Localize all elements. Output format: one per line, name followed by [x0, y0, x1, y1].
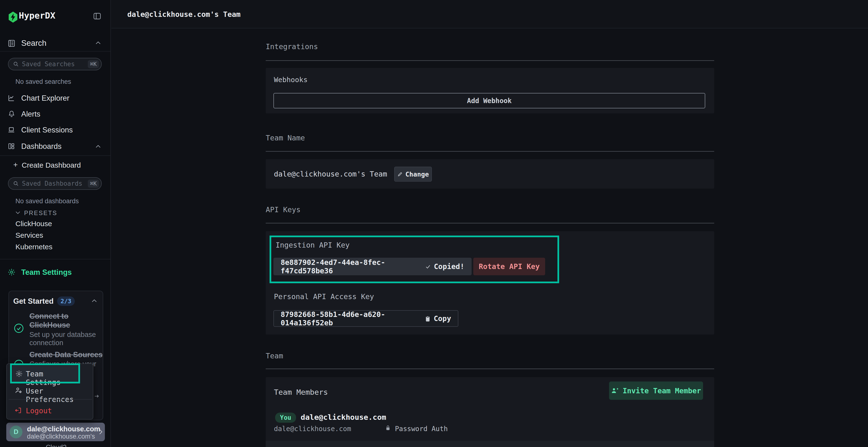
logout-label: Logout [26, 407, 52, 415]
nav-label: Alerts [21, 110, 40, 118]
sidebar-section-search[interactable]: Search [0, 38, 111, 50]
plus-icon: + [13, 161, 18, 169]
clipboard-icon [425, 315, 431, 322]
user-menu-popup: Team Settings User Preferences Logout [6, 364, 93, 419]
logout-icon [14, 407, 22, 414]
menu-item-label: User Preferences [26, 387, 89, 404]
you-badge: You [275, 413, 296, 423]
collapse-sidebar-icon[interactable] [93, 11, 102, 21]
nav-label: Dashboards [21, 142, 61, 151]
check-circle-icon [14, 323, 24, 333]
menu-divider [9, 399, 92, 400]
chevron-up-icon [95, 40, 101, 45]
get-started-header[interactable]: Get Started 2/3 [9, 291, 103, 308]
page-header: dale@clickhouse.com's Team [112, 0, 868, 28]
section-divider [266, 369, 714, 369]
user-gear-icon [15, 386, 23, 394]
ingestion-key-value: 8e887902-4ed7-44ea-8fec-f47cd578be36 [281, 258, 417, 275]
step-subtitle: Set up your database connection [29, 331, 100, 347]
chevron-up-icon [95, 144, 101, 149]
saved-searches-input[interactable]: ⌘K [8, 58, 102, 70]
saved-dashboards-input[interactable]: ⌘K [8, 177, 102, 190]
sidebar-divider [0, 156, 111, 156]
lock-icon [385, 424, 391, 432]
sidebar-item-clickhouse[interactable]: ClickHouse [16, 220, 52, 228]
sidebar-item-services[interactable]: Services [16, 231, 43, 239]
team-settings-label: Team Settings [21, 268, 72, 277]
sidebar-item-dashboards[interactable]: Dashboards [0, 141, 111, 152]
search-section-label: Search [21, 38, 46, 48]
ingestion-key-pill[interactable]: 8e887902-4ed7-44ea-8fec-f47cd578be36 Cop… [273, 258, 472, 275]
sidebar-item-kubernetes[interactable]: Kubernetes [16, 243, 52, 251]
sidebar-item-alerts[interactable]: Alerts [0, 109, 111, 119]
search-section-icon [7, 39, 16, 48]
hyperdx-app: HyperDX Search ⌘K No saved searches [0, 0, 868, 447]
team-name-heading: Team Name [266, 134, 305, 142]
sidebar-item-client-sessions[interactable]: Client Sessions [0, 125, 111, 135]
saved-searches-field[interactable] [22, 61, 88, 68]
team-heading: Team [266, 352, 283, 360]
personal-key-value: 87982668-58b1-4d6e-a620-014a136f52eb [281, 310, 417, 327]
invite-label: Invite Team Member [623, 386, 701, 395]
team-name-value: dale@clickhouse.com's Team [274, 170, 387, 178]
app-title[interactable]: HyperDX [19, 10, 56, 21]
menu-item-logout[interactable]: Logout [12, 404, 89, 417]
avatar-initial: D [14, 428, 19, 436]
dashboards-grid-icon [7, 142, 15, 150]
search-icon [13, 180, 19, 187]
personal-key-pill[interactable]: 87982668-58b1-4d6e-a620-014a136f52eb Cop… [273, 310, 458, 327]
rotate-api-key-button[interactable]: Rotate API Key [473, 258, 545, 275]
menu-item-user-preferences[interactable]: User Preferences [12, 385, 89, 397]
team-name-card: dale@clickhouse.com's Team Change [266, 159, 714, 188]
avatar: D [10, 425, 23, 438]
chart-icon [7, 94, 16, 102]
section-divider [266, 223, 714, 224]
pencil-icon [397, 171, 403, 177]
create-dashboard-button[interactable]: + Create Dashboard [0, 160, 111, 170]
copied-indicator: Copied! [425, 262, 464, 271]
user-team-name: dale@clickhouse.com's [27, 433, 95, 440]
no-saved-searches: No saved searches [16, 78, 71, 85]
section-divider [266, 151, 714, 152]
shortcut-badge: ⌘K [88, 60, 99, 68]
no-saved-dashboards: No saved dashboards [16, 198, 79, 205]
laptop-icon [7, 126, 16, 134]
chevron-down-icon [15, 210, 21, 215]
presets-label: PRESETS [24, 209, 57, 216]
change-team-name-button[interactable]: Change [394, 167, 432, 182]
step-title: Connect to ClickHouse [29, 312, 100, 330]
member-email-sub: dale@clickhouse.com [274, 425, 351, 433]
member-auth-type: Password Auth [395, 425, 448, 433]
menu-item-label: Team Settings [26, 370, 79, 386]
team-card: Team Members Invite Team Member You dale… [266, 377, 714, 447]
footer-partial-text: Cloud? [46, 444, 66, 447]
menu-item-team-settings[interactable]: Team Settings [12, 366, 79, 382]
copy-action[interactable]: Copy [425, 314, 451, 323]
check-icon [425, 264, 431, 270]
saved-dashboards-field[interactable] [22, 180, 88, 187]
presets-toggle[interactable]: PRESETS [0, 209, 111, 218]
user-email: dale@clickhouse.com [27, 425, 100, 433]
gear-icon [7, 268, 16, 276]
sidebar-item-chart-explorer[interactable]: Chart Explorer [0, 93, 111, 104]
next-row-strip [266, 441, 714, 447]
invite-team-member-button[interactable]: Invite Team Member [609, 381, 703, 400]
chevron-right-icon [98, 428, 103, 435]
copy-label: Copy [434, 314, 451, 323]
add-webhook-button[interactable]: Add Webhook [273, 93, 705, 108]
person-plus-icon [611, 387, 619, 394]
hyperdx-logo-icon[interactable] [7, 11, 19, 24]
gear-icon [15, 370, 23, 378]
webhooks-label: Webhooks [274, 76, 308, 84]
personal-key-label: Personal API Access Key [274, 293, 374, 301]
progress-badge: 2/3 [57, 297, 75, 306]
bell-icon [8, 110, 16, 118]
user-account-card[interactable]: D dale@clickhouse.com dale@clickhouse.co… [6, 423, 105, 441]
webhooks-card: Webhooks Add Webhook [266, 68, 714, 113]
api-keys-card: Ingestion API Key 8e887902-4ed7-44ea-8fe… [266, 231, 714, 335]
step-title: Create Data Sources [29, 350, 104, 359]
ingestion-key-label: Ingestion API Key [276, 241, 350, 249]
sidebar-item-team-settings[interactable]: Team Settings [0, 267, 111, 278]
api-keys-heading: API Keys [266, 205, 301, 214]
change-label: Change [405, 171, 429, 178]
